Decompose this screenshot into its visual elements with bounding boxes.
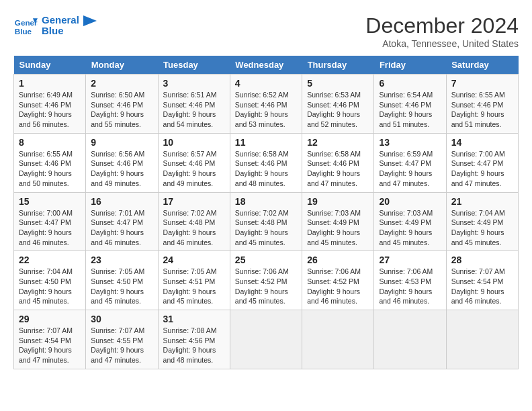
logo-flag-icon [83,15,97,36]
day-info: Sunrise: 7:07 AM Sunset: 4:54 PM Dayligh… [19,326,81,365]
day-info: Sunrise: 7:06 AM Sunset: 4:52 PM Dayligh… [235,267,297,306]
day-number: 22 [19,255,81,265]
title-block: December 2024 Atoka, Tennessee, United S… [365,13,519,49]
day-info: Sunrise: 6:58 AM Sunset: 4:46 PM Dayligh… [235,149,297,189]
calendar-cell [374,310,446,369]
day-info: Sunrise: 7:04 AM Sunset: 4:49 PM Dayligh… [451,208,513,248]
calendar-cell: 14Sunrise: 7:00 AM Sunset: 4:47 PM Dayli… [446,133,518,192]
day-info: Sunrise: 6:57 AM Sunset: 4:46 PM Dayligh… [163,149,225,189]
day-number: 1 [19,78,81,89]
calendar-cell: 12Sunrise: 6:58 AM Sunset: 4:46 PM Dayli… [302,133,374,192]
week-row-4: 22Sunrise: 7:04 AM Sunset: 4:50 PM Dayli… [14,251,519,310]
day-number: 6 [379,78,441,89]
day-info: Sunrise: 7:00 AM Sunset: 4:47 PM Dayligh… [19,208,81,248]
day-number: 10 [163,137,225,148]
day-number: 30 [91,314,152,324]
col-header-friday: Friday [374,56,446,75]
day-number: 17 [163,196,225,207]
week-row-2: 8Sunrise: 6:55 AM Sunset: 4:46 PM Daylig… [14,133,519,192]
calendar-cell: 13Sunrise: 6:59 AM Sunset: 4:47 PM Dayli… [374,133,446,192]
day-info: Sunrise: 6:51 AM Sunset: 4:46 PM Dayligh… [163,90,225,130]
day-number: 21 [451,196,513,207]
svg-marker-3 [83,15,97,26]
day-number: 20 [379,196,441,207]
calendar-cell: 6Sunrise: 6:54 AM Sunset: 4:46 PM Daylig… [374,75,446,134]
calendar-cell [230,310,302,369]
day-info: Sunrise: 6:55 AM Sunset: 4:46 PM Dayligh… [19,149,81,189]
calendar-cell: 22Sunrise: 7:04 AM Sunset: 4:50 PM Dayli… [14,251,86,310]
calendar-cell: 11Sunrise: 6:58 AM Sunset: 4:46 PM Dayli… [230,133,302,192]
day-info: Sunrise: 7:00 AM Sunset: 4:47 PM Dayligh… [451,149,513,189]
day-number: 14 [451,137,513,148]
calendar-cell: 24Sunrise: 7:05 AM Sunset: 4:51 PM Dayli… [158,251,230,310]
day-info: Sunrise: 7:07 AM Sunset: 4:54 PM Dayligh… [451,267,513,306]
week-row-1: 1Sunrise: 6:49 AM Sunset: 4:46 PM Daylig… [14,75,519,134]
day-number: 15 [19,196,81,207]
day-number: 26 [307,255,369,265]
calendar-cell: 26Sunrise: 7:06 AM Sunset: 4:52 PM Dayli… [302,251,374,310]
day-number: 19 [307,196,369,207]
day-info: Sunrise: 7:03 AM Sunset: 4:49 PM Dayligh… [379,208,441,248]
day-info: Sunrise: 7:06 AM Sunset: 4:53 PM Dayligh… [379,267,441,306]
col-header-thursday: Thursday [302,56,374,75]
day-number: 9 [91,137,152,148]
calendar-cell: 17Sunrise: 7:02 AM Sunset: 4:48 PM Dayli… [158,192,230,251]
col-header-saturday: Saturday [446,56,518,75]
calendar-cell: 3Sunrise: 6:51 AM Sunset: 4:46 PM Daylig… [158,75,230,134]
day-info: Sunrise: 6:53 AM Sunset: 4:46 PM Dayligh… [307,90,369,130]
calendar-cell: 8Sunrise: 6:55 AM Sunset: 4:46 PM Daylig… [14,133,86,192]
calendar-cell: 2Sunrise: 6:50 AM Sunset: 4:46 PM Daylig… [86,75,158,134]
calendar-cell: 1Sunrise: 6:49 AM Sunset: 4:46 PM Daylig… [14,75,86,134]
day-info: Sunrise: 6:59 AM Sunset: 4:47 PM Dayligh… [379,149,441,189]
day-number: 13 [379,137,441,148]
calendar-cell: 28Sunrise: 7:07 AM Sunset: 4:54 PM Dayli… [446,251,518,310]
day-info: Sunrise: 6:56 AM Sunset: 4:46 PM Dayligh… [91,149,152,189]
day-info: Sunrise: 7:06 AM Sunset: 4:52 PM Dayligh… [307,267,369,306]
day-number: 23 [91,255,152,265]
calendar-cell: 16Sunrise: 7:01 AM Sunset: 4:47 PM Dayli… [86,192,158,251]
day-info: Sunrise: 7:05 AM Sunset: 4:50 PM Dayligh… [91,267,152,306]
day-number: 4 [235,78,297,89]
day-number: 7 [451,78,513,89]
day-info: Sunrise: 7:02 AM Sunset: 4:48 PM Dayligh… [163,208,225,248]
calendar-cell: 4Sunrise: 6:52 AM Sunset: 4:46 PM Daylig… [230,75,302,134]
calendar-cell: 9Sunrise: 6:56 AM Sunset: 4:46 PM Daylig… [86,133,158,192]
calendar-cell: 15Sunrise: 7:00 AM Sunset: 4:47 PM Dayli… [14,192,86,251]
day-info: Sunrise: 7:04 AM Sunset: 4:50 PM Dayligh… [19,267,81,306]
calendar-cell: 18Sunrise: 7:02 AM Sunset: 4:48 PM Dayli… [230,192,302,251]
location: Atoka, Tennessee, United States [365,38,519,49]
calendar-cell [302,310,374,369]
calendar-cell: 19Sunrise: 7:03 AM Sunset: 4:49 PM Dayli… [302,192,374,251]
day-info: Sunrise: 6:58 AM Sunset: 4:46 PM Dayligh… [307,149,369,189]
col-header-monday: Monday [86,56,158,75]
calendar-cell: 31Sunrise: 7:08 AM Sunset: 4:56 PM Dayli… [158,310,230,369]
logo: General Blue General Blue [13,13,97,38]
calendar-cell: 23Sunrise: 7:05 AM Sunset: 4:50 PM Dayli… [86,251,158,310]
day-info: Sunrise: 7:01 AM Sunset: 4:47 PM Dayligh… [91,208,152,248]
day-info: Sunrise: 6:49 AM Sunset: 4:46 PM Dayligh… [19,90,81,130]
day-info: Sunrise: 6:54 AM Sunset: 4:46 PM Dayligh… [379,90,441,130]
day-number: 16 [91,196,152,207]
day-info: Sunrise: 6:52 AM Sunset: 4:46 PM Dayligh… [235,90,297,130]
calendar-cell [446,310,518,369]
day-info: Sunrise: 7:02 AM Sunset: 4:48 PM Dayligh… [235,208,297,248]
day-number: 18 [235,196,297,207]
calendar-table: SundayMondayTuesdayWednesdayThursdayFrid… [13,56,519,369]
calendar-cell: 5Sunrise: 6:53 AM Sunset: 4:46 PM Daylig… [302,75,374,134]
day-info: Sunrise: 6:50 AM Sunset: 4:46 PM Dayligh… [91,90,152,130]
day-number: 3 [163,78,225,89]
calendar-cell: 20Sunrise: 7:03 AM Sunset: 4:49 PM Dayli… [374,192,446,251]
day-number: 25 [235,255,297,265]
calendar-cell: 29Sunrise: 7:07 AM Sunset: 4:54 PM Dayli… [14,310,86,369]
day-number: 5 [307,78,369,89]
calendar-cell: 30Sunrise: 7:07 AM Sunset: 4:55 PM Dayli… [86,310,158,369]
week-row-5: 29Sunrise: 7:07 AM Sunset: 4:54 PM Dayli… [14,310,519,369]
day-number: 28 [451,255,513,265]
day-info: Sunrise: 6:55 AM Sunset: 4:46 PM Dayligh… [451,90,513,130]
day-number: 12 [307,137,369,148]
week-row-3: 15Sunrise: 7:00 AM Sunset: 4:47 PM Dayli… [14,192,519,251]
col-header-sunday: Sunday [14,56,86,75]
day-number: 29 [19,314,81,324]
calendar-cell: 10Sunrise: 6:57 AM Sunset: 4:46 PM Dayli… [158,133,230,192]
page-header: General Blue General Blue December 2024 … [13,13,519,49]
